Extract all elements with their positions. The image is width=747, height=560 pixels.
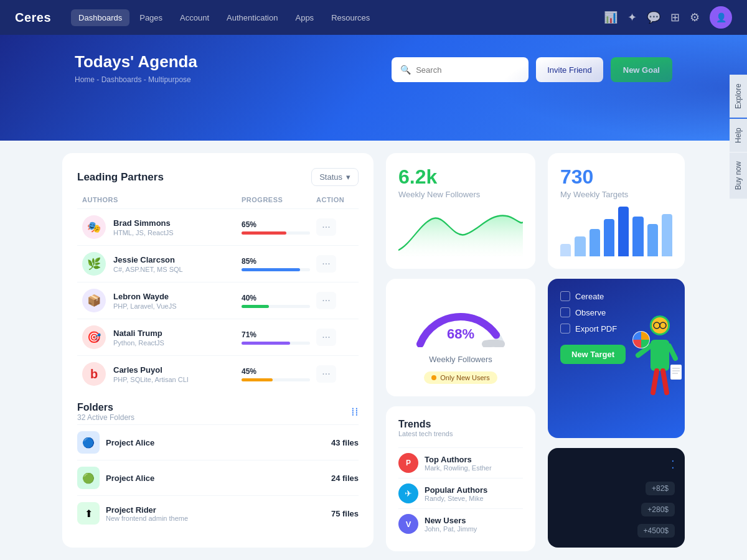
gauge-wrapper: 68% (411, 291, 510, 347)
user-avatar[interactable]: 👤 (710, 6, 732, 29)
more-button[interactable]: ··· (316, 255, 336, 273)
progress-area: 45% (242, 367, 316, 381)
gauge-badge: Only New Users (424, 371, 497, 384)
explore-button[interactable]: Explore (730, 75, 747, 118)
trend-icon: V (398, 514, 418, 534)
bar (604, 219, 614, 256)
more-button[interactable]: ··· (316, 292, 336, 309)
folders-title: Folders (77, 402, 134, 413)
svg-line-9 (663, 371, 667, 393)
progress-area: 85% (242, 257, 316, 271)
more-button[interactable]: ··· (316, 329, 336, 346)
grid-icon[interactable]: ⊞ (670, 11, 680, 24)
list-item[interactable]: Observe (560, 307, 672, 317)
folders-header: Folders 32 Active Folders ⁞⁞ (77, 402, 359, 422)
folder-files: 75 files (331, 509, 359, 518)
partners-header: Leading Partners Status ▾ (77, 168, 359, 186)
followers-label: Weekly New Followers (398, 190, 523, 199)
progress-bar (242, 231, 286, 235)
bar (662, 214, 672, 256)
bar (618, 207, 629, 256)
checkbox-icon (560, 291, 570, 301)
checkbox-icon (560, 307, 570, 317)
svg-rect-11 (670, 365, 682, 380)
sparkle-icon[interactable]: ✦ (627, 11, 637, 24)
side-buttons: Explore Help Buy now (730, 75, 747, 198)
partner-name: Brad Simmons (113, 218, 174, 228)
partner-name: Carles Puyol (113, 365, 189, 375)
nav-resources[interactable]: Resources (324, 9, 377, 26)
nav-account[interactable]: Account (172, 9, 217, 26)
bar-chart-icon[interactable]: 📊 (604, 11, 618, 24)
gauge-badge-text: Only New Users (440, 374, 489, 381)
trend-sub: Mark, Rowling, Esther (425, 464, 492, 472)
bar (632, 217, 643, 256)
avatar: 🌿 (82, 252, 106, 276)
weekly-followers-card: 6.2k Weekly New Followers (386, 153, 535, 269)
gauge-card: 68% Weekly Followers Only New Users (386, 279, 535, 396)
partner-info: 🎭 Brad Simmons HTML, JS, ReactJS (82, 215, 242, 239)
folder-name: Project Rider (106, 505, 188, 515)
list-item: V New Users John, Pat, Jimmy (398, 508, 523, 539)
partner-skills: PHP, SQLite, Artisan CLI (113, 376, 189, 383)
header-banner: Todays' Agenda Home - Dashboards - Multi… (0, 35, 747, 141)
list-item: 🔵 Project Alice 43 files (77, 424, 359, 460)
list-item[interactable]: Cereate (560, 291, 672, 301)
promo-card: Cereate Observe Export PDF New Target (548, 279, 685, 438)
partner-name: Natali Trump (113, 329, 164, 338)
nav-apps[interactable]: Apps (288, 9, 321, 26)
more-button[interactable]: ··· (316, 365, 336, 383)
targets-card: 730 My Weekly Targets (548, 153, 685, 269)
folder-files: 24 files (331, 474, 359, 483)
trends-title: Trends (398, 419, 523, 430)
bar (560, 244, 571, 256)
status-dropdown[interactable]: Status ▾ (311, 168, 359, 186)
target-label: My Weekly Targets (560, 190, 672, 199)
folder-desc: New frontend admin theme (106, 515, 188, 522)
settings-icon[interactable]: ⚙ (690, 11, 700, 24)
breadcrumb: Home - Dashboards - Multipurpose (75, 75, 672, 84)
new-target-button[interactable]: New Target (560, 345, 626, 364)
partner-info: 🎯 Natali Trump Python, ReactJS (82, 325, 242, 349)
progress-pct: 71% (242, 330, 316, 339)
list-item[interactable]: Export PDF (560, 324, 672, 334)
table-row: 🎯 Natali Trump Python, ReactJS 71% ··· (77, 319, 359, 355)
trends-card: Trends Latest tech trends P Top Authors … (386, 406, 535, 551)
new-goal-button[interactable]: New Goal (611, 57, 672, 82)
dots-icon[interactable]: ⁚ (671, 458, 675, 472)
folders-section: Folders 32 Active Folders ⁞⁞ 🔵 Project A… (77, 402, 359, 531)
nav-authentication[interactable]: Authentication (219, 9, 285, 26)
invite-friend-button[interactable]: Invite Friend (536, 57, 603, 82)
nav-links: Dashboards Pages Account Authentication … (71, 9, 377, 26)
nav-dashboards[interactable]: Dashboards (71, 9, 129, 26)
right-panel: 730 My Weekly Targets Cereate (548, 153, 685, 548)
stat-value: +82$ (646, 482, 675, 495)
partner-name: Jessie Clarcson (113, 255, 183, 264)
stat-item: +82$ (558, 482, 675, 495)
promo-menu-label: Export PDF (575, 324, 617, 334)
bar-chart (560, 207, 672, 256)
stat-value: +280$ (641, 503, 675, 516)
search-box[interactable]: 🔍 (392, 57, 529, 82)
folder-files: 43 files (331, 438, 359, 447)
help-button[interactable]: Help (730, 119, 747, 152)
partner-info: b Carles Puyol PHP, SQLite, Artisan CLI (82, 362, 242, 386)
col-authors: AUTHORS (82, 196, 242, 203)
nav-pages[interactable]: Pages (132, 9, 170, 26)
promo-menu-label: Observe (575, 308, 606, 317)
progress-pct: 85% (242, 257, 316, 266)
progress-bar (242, 378, 273, 381)
progress-area: 65% (242, 220, 316, 235)
messages-icon[interactable]: 💬 (647, 11, 660, 24)
gauge-pct: 68% (447, 326, 474, 342)
search-input[interactable] (416, 65, 520, 75)
navbar-right: 📊 ✦ 💬 ⊞ ⚙ 👤 (604, 6, 732, 29)
checkbox-icon (560, 324, 570, 334)
progress-pct: 40% (242, 294, 316, 302)
folder-options-icon[interactable]: ⁞⁞ (351, 405, 359, 419)
avatar: b (82, 362, 106, 386)
buy-now-button[interactable]: Buy now (730, 153, 747, 199)
more-button[interactable]: ··· (316, 218, 336, 236)
stat-item: +4500$ (558, 524, 675, 538)
partners-title: Leading Partners (77, 171, 164, 184)
